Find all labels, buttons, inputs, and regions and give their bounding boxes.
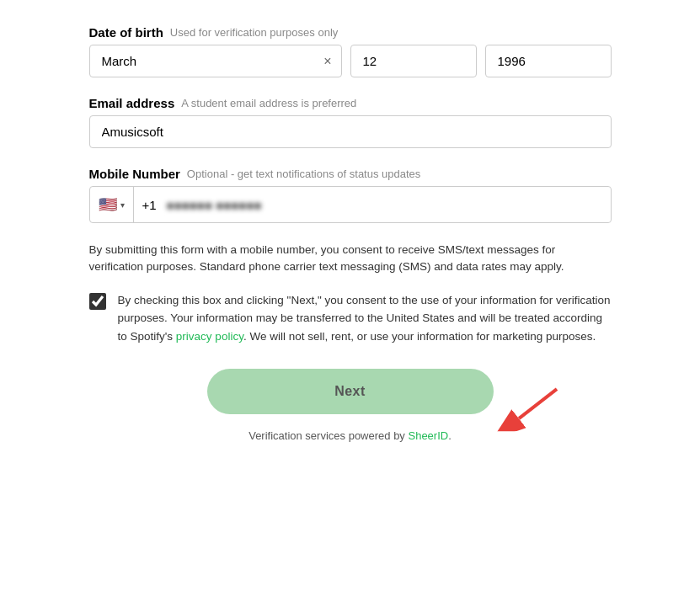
consent-text-part2: . We will not sell, rent, or use your in… [243,330,596,343]
sms-consent-text: By submitting this form with a mobile nu… [89,242,612,276]
svg-line-1 [519,389,557,418]
dob-day-wrapper [350,45,477,77]
mobile-label-text: Mobile Number [89,167,180,181]
powered-by-text: Verification services powered by [248,429,408,442]
privacy-policy-link[interactable]: privacy policy [176,330,243,343]
country-selector[interactable]: 🇺🇸 ▾ [90,187,134,222]
dob-field-group: Date of birth Used for verification purp… [89,25,612,77]
mobile-hint: Optional - get text notifications of sta… [187,168,421,180]
phone-input-wrapper: 🇺🇸 ▾ +1 [89,186,612,223]
email-hint: A student email address is preferred [181,97,356,109]
dob-inputs-row: × [89,45,612,77]
mobile-field-group: Mobile Number Optional - get text notifi… [89,167,612,223]
email-input[interactable] [89,115,612,148]
email-label: Email address A student email address is… [89,96,612,110]
dob-day-input[interactable] [350,45,477,77]
dob-month-wrapper: × [89,45,342,77]
sheerId-link[interactable]: SheerID [408,429,448,442]
country-dropdown-arrow: ▾ [120,200,125,210]
form-container: Date of birth Used for verification purp… [89,17,612,450]
arrow-indicator [494,381,561,434]
dob-month-input[interactable] [89,45,342,77]
powered-by-suffix: . [448,429,452,442]
phone-prefix: +1 [134,189,162,221]
email-field-group: Email address A student email address is… [89,96,612,148]
clear-month-icon[interactable]: × [323,55,331,68]
consent-checkbox-row: By checking this box and clicking "Next,… [89,291,612,346]
dob-label: Date of birth Used for verification purp… [89,25,612,40]
dob-year-wrapper [485,45,612,77]
country-flag: 🇺🇸 [99,195,117,214]
dob-year-input[interactable] [485,45,612,77]
dob-label-text: Date of birth [89,25,163,40]
email-label-text: Email address [89,96,175,110]
consent-checkbox[interactable] [89,293,106,310]
phone-number-input[interactable] [162,189,611,221]
consent-text: By checking this box and clicking "Next,… [118,291,612,346]
arrow-icon [494,381,561,431]
dob-hint: Used for verification purposes only [170,26,338,39]
next-button[interactable]: Next [207,369,494,414]
mobile-label: Mobile Number Optional - get text notifi… [89,167,612,181]
month-input-wrapper: × [89,45,342,77]
consent-checkbox-wrapper [89,293,106,313]
next-btn-wrapper: Next [89,369,612,414]
